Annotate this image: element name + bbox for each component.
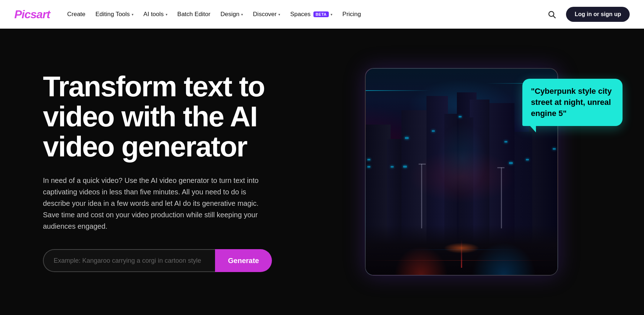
- hero-right: "Cyberpunk style city street at night, u…: [308, 64, 615, 279]
- hero-section: Transform text to video with the AI vide…: [0, 29, 644, 315]
- search-button[interactable]: [545, 7, 559, 21]
- chevron-down-icon: ▾: [331, 13, 332, 16]
- search-icon: [547, 10, 556, 19]
- chevron-down-icon: ▾: [278, 13, 280, 16]
- hero-title: Transform text to video with the AI vide…: [43, 72, 286, 162]
- text-to-video-input[interactable]: [43, 249, 215, 272]
- header-right: Log in or sign up: [545, 7, 630, 22]
- chat-bubble: "Cyberpunk style city street at night, u…: [522, 79, 623, 126]
- chevron-down-icon: ▾: [166, 13, 167, 16]
- hero-input-row: Generate: [43, 249, 272, 272]
- hero-left: Transform text to video with the AI vide…: [43, 72, 286, 272]
- hero-subtitle: In need of a quick video? Use the AI vid…: [43, 175, 265, 232]
- chevron-down-icon: ▾: [132, 13, 133, 16]
- nav-item-discover[interactable]: Discover ▾: [249, 8, 284, 21]
- nav-item-create[interactable]: Create: [63, 8, 90, 21]
- chevron-down-icon: ▾: [241, 13, 243, 16]
- generate-button[interactable]: Generate: [215, 249, 272, 272]
- beta-badge: BETA: [313, 11, 329, 17]
- nav-item-batch-editor[interactable]: Batch Editor: [173, 8, 215, 21]
- header: Picsart Create Editing Tools ▾ AI tools …: [0, 0, 644, 29]
- nav-item-pricing[interactable]: Pricing: [338, 8, 365, 21]
- logo[interactable]: Picsart: [14, 8, 50, 21]
- login-button[interactable]: Log in or sign up: [566, 7, 630, 22]
- main-nav: Create Editing Tools ▾ AI tools ▾ Batch …: [63, 8, 532, 21]
- nav-item-editing-tools[interactable]: Editing Tools ▾: [91, 8, 138, 21]
- nav-item-ai-tools[interactable]: AI tools ▾: [139, 8, 172, 21]
- svg-line-1: [553, 16, 556, 18]
- nav-item-spaces[interactable]: Spaces BETA ▾: [286, 8, 337, 21]
- nav-item-design[interactable]: Design ▾: [216, 8, 247, 21]
